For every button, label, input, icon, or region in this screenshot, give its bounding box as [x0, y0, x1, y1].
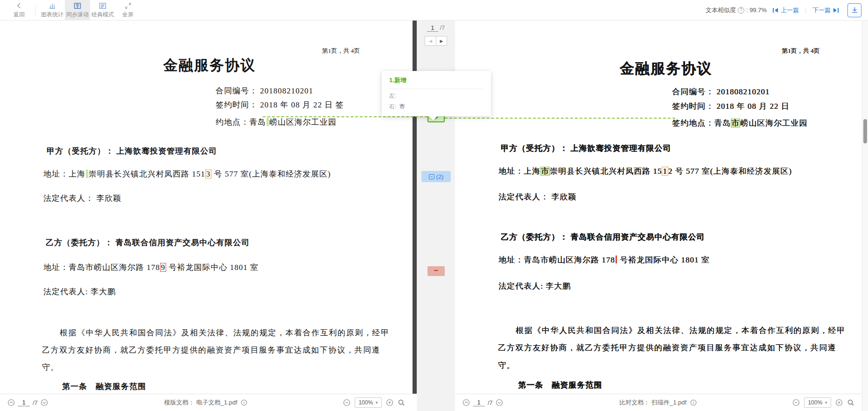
gutter-page-input[interactable]: 1	[427, 24, 438, 32]
diff-tooltip-title: 1.新增	[389, 76, 483, 89]
similarity-indicator: 文本相似度 ? : 99.7%	[706, 6, 767, 14]
info-icon[interactable]	[241, 399, 248, 407]
right-party-b: 乙方（委托方）： 青岛联合信用资产交易中心有限公司	[501, 232, 705, 242]
sync-scroll-button[interactable]: 同步滚动	[65, 0, 90, 21]
gutter-page-buttons: ◀ ▶	[425, 36, 447, 46]
skip-next-icon	[833, 7, 839, 13]
similarity-value: : 99.7%	[746, 7, 767, 14]
left-paragraph-line1: 根据《中华人民共和国合同法》及相关法律、法规的规定，本着合作互利的原则，经甲	[60, 327, 390, 338]
diff-tooltip: 1.新增 左: 右: 市	[382, 71, 491, 116]
left-party-a: 甲方（受托方）： 上海歆骞投资管理有限公司	[47, 146, 217, 156]
right-zoom-controls: 100% ▾	[792, 397, 854, 408]
right-footer-pager: 1 /7	[462, 399, 503, 406]
left-contract-number: 合同编号： 201808210201	[216, 85, 313, 96]
back-button[interactable]: 返回	[7, 0, 32, 21]
right-section-heading: 第一条 融资服务范围	[518, 380, 602, 390]
left-page-total: /7	[33, 399, 38, 406]
diff-modify-marker[interactable]: – (2)	[421, 171, 451, 182]
right-address-b: 地址：青岛市崂山区海尔路 178 号裕龙国际中心 1801 室	[498, 255, 710, 265]
gutter-page-total: /7	[440, 24, 445, 31]
right-doc-file-name: 扫描件_1.pdf	[651, 399, 686, 406]
left-sign-place: 约地点：青岛崂山区海尔工业园	[216, 117, 336, 128]
toolbar-separator	[35, 5, 36, 15]
left-sign-date: 签约时间： 2018 年 08 月 22 日 签	[216, 99, 344, 110]
chart-stats-label: 图表统计	[41, 11, 63, 19]
gutter-prev-button[interactable]: ◀	[425, 36, 436, 46]
left-doc-title: 金融服务协议	[163, 56, 256, 75]
zoom-out-icon[interactable]	[792, 399, 800, 406]
magnifier-icon[interactable]	[398, 399, 405, 406]
right-paragraph-line3: 守。	[498, 360, 515, 371]
similarity-label: 文本相似度	[706, 6, 736, 14]
next-doc-button[interactable]: 下一篇	[812, 6, 839, 14]
left-page-input[interactable]: 1	[18, 399, 30, 406]
gutter-pager: 1 /7	[417, 24, 455, 32]
tooltip-right-label: 右:	[389, 103, 396, 110]
left-paragraph-line3: 守。	[42, 362, 59, 373]
gutter-next-button[interactable]: ▶	[436, 36, 447, 46]
list-mode-icon	[99, 2, 106, 10]
bar-chart-icon	[49, 2, 56, 10]
left-legal-rep-a: 法定代表人： 李欣颖	[43, 193, 121, 204]
left-address-a: 地址：上海崇明县长兴镇北兴村凤西路 1513 号 577 室(上海泰和经济发展区…	[43, 169, 331, 179]
modify-box-icon: –	[429, 174, 434, 179]
classic-mode-label: 经典模式	[91, 11, 114, 19]
sync-scroll-label: 同步滚动	[66, 11, 89, 19]
right-doc-title: 金融服务协议	[620, 59, 712, 78]
right-paragraph-line2: 乙方双方友好协商，就乙方委托甲方提供的融资资产项目服务事宜达成如下协议，共同遵	[498, 342, 836, 353]
right-page-total: /7	[488, 399, 493, 406]
left-paragraph-line2: 乙方双方友好协商，就乙方委托甲方提供的融资资产项目服务事宜达成如下协议，共同遵	[42, 345, 380, 355]
back-chevron-icon	[16, 2, 22, 10]
diff-connector-line-right	[445, 118, 675, 119]
right-sign-place: 签约地点：青岛市崂山区海尔工业园	[672, 118, 807, 128]
page-down-icon[interactable]	[41, 399, 48, 406]
chevron-down-icon: ▾	[825, 400, 827, 405]
toolbar-right-group: 文本相似度 ? : 99.7% 上一篇 下一篇	[706, 3, 861, 17]
right-address-a: 地址：上海市崇明县长兴镇北兴村凤西路 1512 号 577 室(上海泰和经济发展…	[498, 166, 792, 177]
left-zoom-value: 100%	[358, 399, 373, 406]
right-page-info: 第1页，共 4页	[782, 47, 819, 55]
diff-tooltip-left-row: 左:	[389, 92, 483, 100]
magnifier-icon[interactable]	[847, 399, 854, 406]
next-doc-label: 下一篇	[812, 6, 831, 14]
right-legal-rep-b: 法定代表人: 李大鹏	[498, 281, 571, 291]
fullscreen-button[interactable]: 全屏	[115, 0, 140, 21]
zoom-in-icon[interactable]	[386, 399, 393, 406]
left-doc-file-name: 电子文档_1.pdf	[196, 399, 237, 406]
back-label: 返回	[14, 11, 25, 19]
fullscreen-label: 全屏	[122, 11, 133, 19]
skip-previous-icon	[772, 7, 778, 13]
window-scrollbar-thumb[interactable]	[863, 119, 867, 143]
download-button[interactable]	[847, 3, 861, 17]
right-page-input[interactable]: 1	[473, 399, 485, 406]
page-up-icon[interactable]	[462, 399, 470, 406]
help-question-icon[interactable]: ?	[738, 7, 744, 14]
compare-app: 返回 图表统计 同步滚动 经典模式	[0, 0, 868, 411]
left-zoom-select[interactable]: 100% ▾	[355, 397, 382, 408]
download-icon	[851, 7, 858, 14]
prev-doc-button[interactable]: 上一篇	[772, 6, 799, 14]
zoom-in-icon[interactable]	[835, 399, 843, 406]
page-up-icon[interactable]	[7, 399, 15, 406]
left-legal-rep-b: 法定代表人: 李大鹏	[43, 286, 116, 297]
zoom-out-icon[interactable]	[343, 399, 350, 406]
right-document-pane[interactable]: 第1页，共 4页 金融服务协议 合同编号： 201808210201 签约时间：…	[455, 21, 862, 394]
nav-separator	[805, 7, 806, 14]
right-zoom-select[interactable]: 100% ▾	[804, 397, 831, 408]
diff-delete-marker[interactable]: –	[427, 266, 445, 276]
right-footer-bar: 1 /7 比对文档： 扫描件_1.pdf 100% ▾	[455, 394, 862, 411]
right-party-a: 甲方（受托方）： 上海歆骞投资管理有限公司	[501, 143, 671, 154]
left-party-b: 乙方（委托方）： 青岛联合信用资产交易中心有限公司	[46, 237, 250, 248]
classic-mode-button[interactable]: 经典模式	[90, 0, 115, 21]
right-paragraph-line1: 根据《中华人民共和国合同法》及相关法律、法规的规定，本着合作互利的原则，经甲	[516, 325, 846, 336]
right-legal-rep-a: 法定代表人： 李欣颖	[498, 191, 576, 202]
window-scrollbar[interactable]	[862, 21, 868, 411]
sync-scroll-icon	[74, 2, 81, 10]
info-icon[interactable]	[690, 399, 698, 407]
diff-tooltip-right-row: 右: 市	[389, 103, 483, 111]
left-document-pane[interactable]: 第1页，共 4页 金融服务协议 合同编号： 201808210201 签约时间：…	[0, 21, 413, 394]
page-down-icon[interactable]	[496, 399, 503, 406]
chart-stats-button[interactable]: 图表统计	[40, 0, 65, 21]
chevron-down-icon: ▾	[376, 400, 378, 405]
tooltip-right-value: 市	[399, 103, 405, 110]
